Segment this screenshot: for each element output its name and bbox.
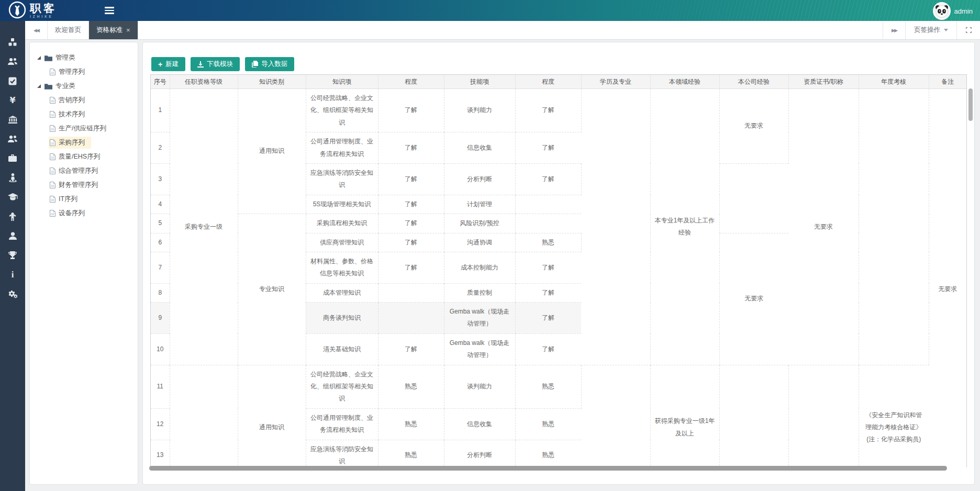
table-header-row: 序号 任职资格等级 知识类别 知识项 程度 技能项 程度 学历及专业 本领域经验…	[151, 75, 966, 89]
import-data-button[interactable]: 导入数据	[245, 57, 294, 71]
cell-skill-degree: 熟悉	[515, 408, 581, 440]
cell-annual-review	[859, 89, 929, 365]
tree-item-quality-ehs-series[interactable]: 质量/EHS序列	[49, 150, 135, 164]
cell-remark: 无要求	[929, 89, 966, 468]
horizontal-scrollbar-thumb[interactable]	[149, 466, 947, 471]
tab-operations-dropdown[interactable]: 页签操作	[905, 21, 956, 39]
cell-skill-degree: 了解	[515, 132, 581, 164]
bank-icon[interactable]	[0, 110, 25, 129]
col-header-company-experience: 本公司经验	[719, 75, 788, 89]
col-header-domain-experience: 本领域经验	[650, 75, 719, 89]
tree-group-professional[interactable]: 专业类	[37, 79, 135, 93]
tree-item-label: 技术序列	[59, 110, 85, 119]
briefcase-icon[interactable]	[0, 149, 25, 168]
cell-skill-degree	[515, 214, 581, 233]
table-row: 1 采购专业一级 通用知识 公司经营战略、企业文化、组织框架等相关知识 了解 谈…	[151, 89, 966, 132]
cell-no: 6	[151, 233, 170, 252]
tree-expanded-caret-icon	[37, 84, 41, 88]
cell-skill: Gemba walk（现场走动管理）	[444, 303, 515, 334]
cell-degree: 了解	[378, 163, 444, 195]
cell-domain-experience: 获得采购专业一级1年及以上	[650, 365, 719, 467]
tab-close-icon[interactable]: ×	[126, 27, 130, 34]
team-icon[interactable]	[0, 129, 25, 149]
vertical-scrollbar-thumb[interactable]	[968, 88, 973, 121]
tab-label: 资格标准	[96, 26, 122, 35]
file-icon	[50, 182, 55, 188]
col-header-remark: 备注	[929, 75, 966, 89]
yen-icon[interactable]: ¥	[0, 91, 25, 110]
tree-item-label: 营销序列	[59, 96, 85, 105]
file-icon	[50, 210, 55, 217]
street-view-icon[interactable]	[0, 168, 25, 187]
user-icon[interactable]	[0, 226, 25, 246]
trophy-icon[interactable]	[0, 246, 25, 265]
tree-group-management[interactable]: 管理类	[37, 51, 135, 65]
tab-qualification-standard[interactable]: 资格标准 ×	[89, 21, 138, 39]
cell-skill-degree: 了解	[515, 163, 581, 195]
cell-company-experience	[719, 365, 788, 467]
fullscreen-toggle[interactable]	[956, 21, 980, 39]
col-header-degree: 程度	[378, 75, 444, 89]
cubes-icon[interactable]	[0, 32, 25, 52]
user-menu[interactable]: admin	[933, 2, 973, 20]
cell-skill: 质量控制	[444, 283, 515, 302]
cell-knowledge-item: 采购流程相关知识	[306, 214, 378, 233]
new-button[interactable]: + 新建	[151, 57, 185, 71]
download-template-button[interactable]: 下载模块	[191, 57, 240, 71]
tree-item-general-management-series[interactable]: 综合管理序列	[49, 164, 135, 178]
col-header-skill-item: 技能项	[444, 75, 515, 89]
cell-skill-degree: 了解	[515, 303, 581, 334]
cogs-icon[interactable]	[0, 284, 25, 304]
cell-no: 3	[151, 163, 170, 195]
users-icon[interactable]	[0, 52, 25, 71]
col-header-grade: 任职资格等级	[170, 75, 238, 89]
cell-skill: 成本控制能力	[444, 252, 515, 283]
cell-grade-level1: 采购专业一级	[170, 89, 238, 365]
tree-item-label: 生产/供应链序列	[59, 124, 106, 133]
tab-bar: ◀◀ 欢迎首页 资格标准 × ▶▶ 页签操作	[25, 21, 980, 40]
graduation-cap-icon[interactable]	[0, 187, 25, 207]
tabs-scroll-left-icon[interactable]: ◀◀	[25, 21, 48, 39]
col-header-knowledge-category: 知识类别	[238, 75, 306, 89]
child-icon[interactable]	[0, 207, 25, 226]
col-header-skill-degree: 程度	[515, 75, 581, 89]
hamburger-menu-icon[interactable]	[105, 7, 114, 16]
tree-item-technology-series[interactable]: 技术序列	[49, 107, 135, 121]
cell-degree: 了解	[378, 233, 444, 252]
tree-item-it-series[interactable]: IT序列	[49, 192, 135, 206]
icon-rail: ¥ i	[0, 21, 25, 491]
import-button-label: 导入数据	[261, 60, 287, 69]
cell-knowledge-item: 公司通用管理制度、业务流程相关知识	[306, 408, 378, 440]
tabs-scroll-right-icon[interactable]: ▶▶	[883, 21, 905, 39]
tab-welcome[interactable]: 欢迎首页	[48, 21, 89, 39]
category-tree-panel: 管理类 管理序列 专业类 营销序列 技术序列 生产/供应链序列 采购序列 质量/…	[29, 42, 138, 485]
tree-group-label: 专业类	[55, 82, 75, 91]
cell-degree	[378, 303, 444, 334]
col-header-education: 学历及专业	[581, 75, 650, 89]
username-label: admin	[954, 7, 973, 15]
tree-item-finance-management-series[interactable]: 财务管理序列	[49, 178, 135, 192]
tree-item-equipment-series[interactable]: 设备序列	[49, 206, 135, 220]
cell-company-experience	[719, 163, 788, 233]
tree-item-marketing-series[interactable]: 营销序列	[49, 93, 135, 107]
check-square-icon[interactable]	[0, 71, 25, 91]
logo-tie-icon	[8, 1, 26, 20]
tree-item-management-series[interactable]: 管理序列	[49, 65, 135, 79]
qualification-table-wrapper: 序号 任职资格等级 知识类别 知识项 程度 技能项 程度 学历及专业 本领域经验…	[150, 74, 967, 467]
cell-skill-degree: 熟悉	[515, 440, 581, 467]
tree-item-procurement-series[interactable]: 采购序列	[49, 136, 135, 150]
info-icon[interactable]: i	[0, 265, 25, 284]
cell-degree: 熟悉	[378, 408, 444, 440]
cell-education	[581, 89, 650, 365]
cell-company-experience: 无要求	[719, 89, 788, 164]
tree-item-production-supplychain-series[interactable]: 生产/供应链序列	[49, 121, 135, 136]
cell-degree: 了解	[378, 214, 444, 233]
cell-skill-degree: 了解	[515, 252, 581, 283]
cell-skill-degree: 熟悉	[515, 365, 581, 408]
cell-no: 10	[151, 333, 170, 365]
file-icon	[50, 153, 55, 160]
cell-skill: 信息收集	[444, 132, 515, 164]
tabbar-spacer	[138, 21, 883, 39]
cell-category-general: 通用知识	[238, 89, 306, 214]
cell-skill-degree: 了解	[515, 283, 581, 302]
